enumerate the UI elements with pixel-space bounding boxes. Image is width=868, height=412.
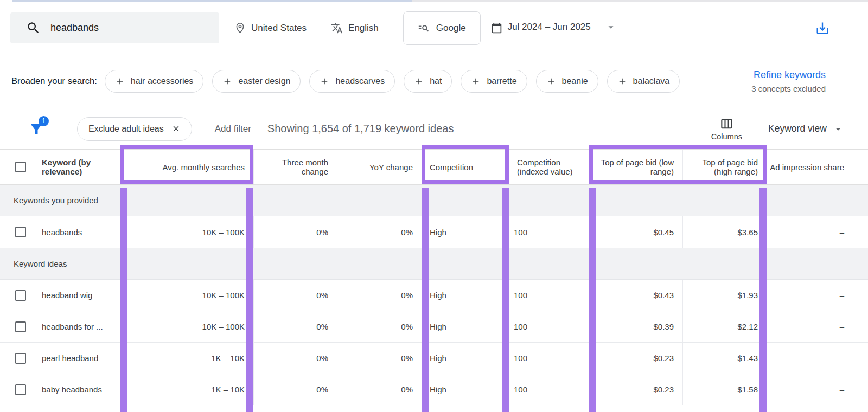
section-label: Keyword ideas: [14, 259, 67, 268]
yoy-change-cell: 0%: [337, 311, 422, 342]
header-top-of-page-bid-high[interactable]: Top of page bid (high range): [682, 150, 767, 184]
header-ad-impression-share[interactable]: Ad impression share: [767, 150, 868, 184]
top-bid-high-cell: $1.58: [682, 374, 767, 405]
header-competition-indexed[interactable]: Competition (indexed value): [509, 150, 589, 184]
plus-icon: [546, 76, 556, 86]
header-top-of-page-bid-low[interactable]: Top of page bid (low range): [589, 150, 682, 184]
select-all-checkbox[interactable]: [15, 162, 26, 172]
chip-label: hair accessories: [131, 76, 194, 86]
chip-label: headscarves: [335, 76, 385, 86]
chip-barrette[interactable]: barrette: [461, 70, 527, 93]
chip-beanie[interactable]: beanie: [536, 70, 598, 93]
header-keyword[interactable]: Keyword (by relevance): [34, 150, 120, 184]
ad-impression-share-cell: –: [767, 216, 868, 248]
broaden-search-bar: Broaden your search: hair accessories ea…: [0, 54, 868, 108]
table-row: headbands for ... 10K – 100K 0% 0% High …: [0, 311, 868, 343]
row-checkbox[interactable]: [15, 227, 26, 237]
search-value: headbands: [50, 22, 99, 34]
view-selector[interactable]: Keyword view: [768, 123, 844, 135]
ad-impression-share-cell: –: [767, 280, 868, 311]
row-checkbox[interactable]: [15, 384, 26, 395]
top-bid-low-cell: $0.23: [589, 343, 682, 374]
chip-label: balaclava: [633, 76, 670, 86]
chip-easter-design[interactable]: easter design: [212, 70, 301, 93]
top-bid-high-cell: $2.12: [682, 311, 767, 342]
competition-indexed-cell: 100: [509, 343, 589, 374]
keyword-cell: pearl headband: [34, 343, 120, 374]
chip-hat[interactable]: hat: [404, 70, 452, 93]
table-row: pearl headband 1K – 10K 0% 0% High 100 $…: [0, 343, 868, 374]
keyword-cell: headbands: [34, 216, 120, 248]
chip-label: easter design: [238, 76, 290, 86]
date-range-label: Jul 2024 – Jun 2025: [508, 22, 591, 33]
row-checkbox[interactable]: [15, 290, 26, 301]
section-label: Keywords you provided: [14, 196, 98, 205]
plus-icon: [115, 76, 125, 86]
plus-icon: [471, 76, 481, 86]
header-three-month-change[interactable]: Three month change: [253, 150, 337, 184]
refine-keywords-link[interactable]: Refine keywords: [751, 69, 826, 81]
date-range-picker[interactable]: Jul 2024 – Jun 2025: [486, 14, 620, 42]
row-checkbox[interactable]: [15, 353, 26, 364]
row-checkbox[interactable]: [15, 321, 26, 332]
competition-indexed-cell: 100: [509, 216, 589, 248]
header-competition[interactable]: Competition: [422, 150, 509, 184]
filter-button[interactable]: 1: [28, 121, 44, 137]
search-input[interactable]: headbands: [10, 12, 219, 43]
chip-label: hat: [430, 76, 442, 86]
chevron-down-icon: [605, 21, 617, 33]
chip-label: beanie: [562, 76, 588, 86]
caret-down-icon: [832, 123, 844, 135]
competition-cell: High: [422, 216, 509, 248]
row-checkbox-cell: [0, 280, 34, 311]
exclude-chip-label: Exclude adult ideas: [88, 124, 164, 134]
competition-cell: High: [422, 343, 509, 374]
row-checkbox-cell: [0, 343, 34, 374]
view-selector-label: Keyword view: [768, 123, 827, 134]
header-avg-monthly-searches[interactable]: Avg. monthly searches: [120, 150, 253, 184]
section-row-keywords-you-provided: Keywords you provided: [0, 185, 868, 216]
download-button[interactable]: [815, 20, 831, 36]
location-selector[interactable]: United States: [234, 22, 307, 34]
filter-count-badge: 1: [39, 116, 49, 126]
competition-cell: High: [422, 280, 509, 311]
plus-icon: [222, 76, 232, 86]
close-icon[interactable]: [171, 124, 181, 133]
columns-button[interactable]: Columns: [711, 117, 742, 141]
results-count-text: Showing 1,654 of 1,719 keyword ideas: [267, 123, 454, 135]
refine-keywords-block: Refine keywords 3 concepts excluded: [751, 69, 826, 93]
keyword-cell: headbands for ...: [34, 311, 120, 342]
row-checkbox-cell: [0, 311, 34, 342]
network-selector[interactable]: Google: [403, 11, 481, 45]
language-selector[interactable]: English: [331, 22, 379, 34]
columns-icon: [720, 117, 733, 131]
exclude-adult-ideas-chip[interactable]: Exclude adult ideas: [77, 117, 192, 141]
chip-hair-accessories[interactable]: hair accessories: [105, 70, 204, 93]
search-icon: [26, 21, 41, 35]
avg-searches-cell: 1K – 10K: [120, 343, 253, 374]
chip-balaclava[interactable]: balaclava: [607, 70, 680, 93]
download-icon: [815, 21, 830, 36]
top-bid-low-cell: $0.43: [589, 280, 682, 311]
avg-searches-cell: 10K – 100K: [120, 280, 253, 311]
manage-search-icon: [418, 22, 430, 34]
network-label: Google: [436, 23, 466, 34]
plus-icon: [617, 76, 627, 86]
competition-indexed-cell: 100: [509, 280, 589, 311]
add-filter-button[interactable]: Add filter: [215, 124, 251, 134]
chip-headscarves[interactable]: headscarves: [309, 70, 395, 93]
top-bid-low-cell: $0.39: [589, 311, 682, 342]
keyword-cell: baby headbands: [34, 374, 120, 405]
competition-cell: High: [422, 374, 509, 405]
yoy-change-cell: 0%: [337, 280, 422, 311]
plus-icon: [414, 76, 424, 86]
yoy-change-cell: 0%: [337, 374, 422, 405]
top-bid-high-cell: $1.93: [682, 280, 767, 311]
avg-searches-cell: 10K – 100K: [120, 311, 253, 342]
keyword-cell: headband wig: [34, 280, 120, 311]
translate-icon: [331, 22, 343, 34]
keywords-table: Keyword (by relevance) Avg. monthly sear…: [0, 150, 868, 405]
header-yoy-change[interactable]: YoY change: [337, 150, 422, 184]
competition-indexed-cell: 100: [509, 311, 589, 342]
top-bar: headbands United States English Google: [0, 2, 868, 54]
